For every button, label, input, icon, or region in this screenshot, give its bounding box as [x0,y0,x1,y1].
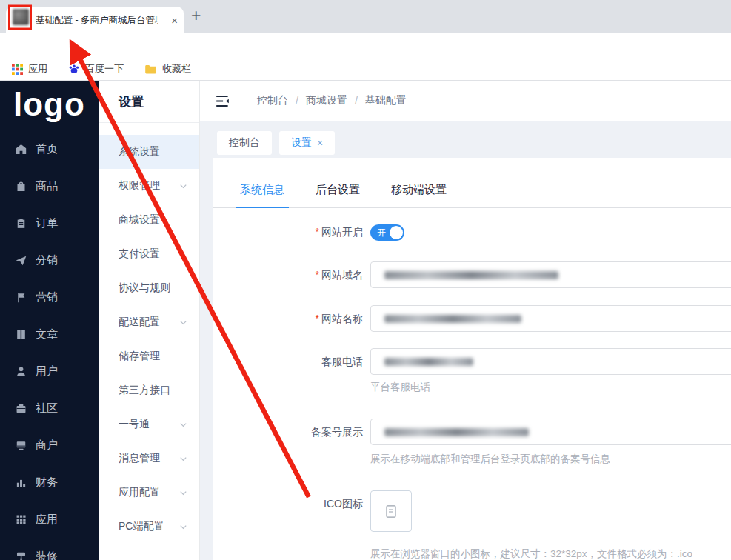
sidebar-item-articles[interactable]: 文章 [0,316,99,353]
submenu-item-third-party[interactable]: 第三方接口 [99,373,199,407]
submenu-item-delivery-config[interactable]: 配送配置 [99,305,199,339]
home-icon [15,143,27,156]
page-tabs-bar: 控制台 设置 × [200,121,731,155]
breadcrumb-separator: / [355,95,358,107]
required-marker: * [316,269,319,281]
content-tabs: 系统信息 后台设置 移动端设置 [213,158,731,208]
breadcrumb-item-console[interactable]: 控制台 [257,94,288,107]
logo: logo [0,81,99,124]
submenu-item-payment-settings[interactable]: 支付设置 [99,237,199,271]
sidebar-item-orders[interactable]: 订单 [0,204,99,241]
apps-grid-icon [12,64,23,75]
sidebar-item-community[interactable]: 社区 [0,390,99,427]
article-book-icon [15,328,27,341]
icp-display-hint: 展示在移动端底部和管理后台登录页底部的备案号信息 [370,453,610,466]
sidebar-item-finance[interactable]: 财务 [0,464,99,501]
primary-sidebar: logo 首页 商品 订单 分销 营销 文章 用户 [0,81,99,560]
field-label: 客服电话 [321,356,363,367]
bookmark-label: 收藏栏 [162,62,191,76]
page-tab-settings[interactable]: 设置 × [279,131,335,155]
submenu-item-agreements[interactable]: 协议与规则 [99,271,199,305]
required-marker: * [316,226,319,238]
chevron-down-icon [178,181,188,191]
order-clipboard-icon [15,217,27,230]
sidebar-item-distribution[interactable]: 分销 [0,241,99,279]
submenu-item-yihaotong[interactable]: 一号通 [99,407,199,441]
bookmark-apps[interactable]: 应用 [12,62,47,76]
field-label: 网站名称 [321,313,363,324]
field-label: 网站开启 [321,226,363,238]
settings-card: 系统信息 后台设置 移动端设置 *网站开启 开 *网站域名 *网站名称 [213,158,731,560]
submenu-item-permissions[interactable]: 权限管理 [99,169,199,203]
browser-tab-strip: 基础配置 - 多商户商城后台管理 × + [0,0,731,33]
folder-icon [144,64,157,75]
form-row-service-phone: 客服电话 [213,348,731,375]
marketing-flag-icon [15,291,27,304]
page-tab-console[interactable]: 控制台 [217,131,272,155]
toggle-on-label: 开 [377,227,386,238]
sidebar-item-goods[interactable]: 商品 [0,167,99,204]
breadcrumb-item-basic-config[interactable]: 基础配置 [365,94,407,107]
close-tab-icon[interactable]: × [317,137,323,149]
service-phone-input[interactable] [370,348,731,375]
form-row-icp-display: 备案号展示 [213,419,731,445]
sidebar-item-users[interactable]: 用户 [0,353,99,390]
service-phone-hint: 平台客服电话 [370,381,430,394]
chevron-down-icon [178,420,188,430]
tab-system-info[interactable]: 系统信息 [236,183,289,208]
submenu-item-pc-config[interactable]: PC端配置 [99,510,199,544]
website-switch-toggle[interactable]: 开 [370,224,404,241]
user-person-icon [15,365,27,378]
icp-display-input[interactable] [370,419,731,445]
breadcrumb-item-mall-settings[interactable]: 商城设置 [306,94,347,107]
chevron-down-icon [178,522,188,532]
decorate-roller-icon [15,550,27,560]
bookmark-folder[interactable]: 收藏栏 [144,62,191,76]
form-row-website-name: *网站名称 [213,305,731,332]
apps-grid-icon [15,513,27,526]
sidebar-item-decorate[interactable]: 装修 [0,538,99,560]
new-tab-button[interactable]: + [191,6,201,26]
submenu-item-messages[interactable]: 消息管理 [99,441,199,476]
form-row-website-switch: *网站开启 开 [213,224,731,241]
settings-nav: 系统设置 权限管理 商城设置 支付设置 协议与规则 配送配置 储存管理 第三方接… [99,135,199,544]
sidebar-item-marketing[interactable]: 营销 [0,279,99,316]
blurred-value [384,271,558,279]
browser-toolbar [0,33,731,58]
blurred-value [384,428,529,436]
sidebar-item-home[interactable]: 首页 [0,130,99,167]
main-header: 控制台 / 商城设置 / 基础配置 [200,81,731,121]
tab-close-icon[interactable]: × [171,15,178,26]
bookmarks-bar: 应用 百度一下 收藏栏 [0,58,731,81]
browser-tab-title: 基础配置 - 多商户商城后台管理 [36,14,158,27]
toggle-knob [390,226,403,239]
website-domain-input[interactable] [370,261,731,288]
browser-tab[interactable]: 基础配置 - 多商户商城后台管理 × [6,7,184,33]
submenu-item-storage[interactable]: 储存管理 [99,339,199,373]
submenu-item-system-settings[interactable]: 系统设置 [99,135,199,169]
field-label: ICO图标 [324,498,363,510]
community-briefcase-icon [15,402,27,415]
distribution-plane-icon [15,254,27,267]
chevron-down-icon [178,318,188,327]
submenu-item-mall-settings[interactable]: 商城设置 [99,203,199,237]
tab-mobile-settings[interactable]: 移动端设置 [387,183,451,207]
submenu-item-app-config[interactable]: 应用配置 [99,476,199,510]
required-marker: * [316,313,319,324]
ico-upload-box[interactable] [370,490,412,532]
bookmark-label: 百度一下 [85,62,124,76]
ico-icon-hint: 展示在浏览器窗口的小图标，建议尺寸：32*32px，文件格式必须为：.ico [370,547,692,560]
field-label: 网站域名 [321,269,363,281]
sidebar-item-apps[interactable]: 应用 [0,501,99,538]
primary-nav: 首页 商品 订单 分销 营销 文章 用户 社区 [0,130,99,560]
sidebar-item-merchants[interactable]: 商户 [0,427,99,464]
website-name-input[interactable] [370,305,731,332]
field-label: 备案号展示 [311,426,363,438]
settings-sidebar-title: 设置 [99,81,199,123]
bookmark-baidu[interactable]: 百度一下 [68,62,124,76]
tab-backend-settings[interactable]: 后台设置 [311,183,364,207]
favicon-blurred [13,9,29,25]
collapse-menu-icon[interactable] [215,94,230,108]
form-row-ico-icon: ICO图标 [213,490,731,532]
settings-sidebar: 设置 系统设置 权限管理 商城设置 支付设置 协议与规则 配送配置 储存管理 第… [99,81,200,560]
